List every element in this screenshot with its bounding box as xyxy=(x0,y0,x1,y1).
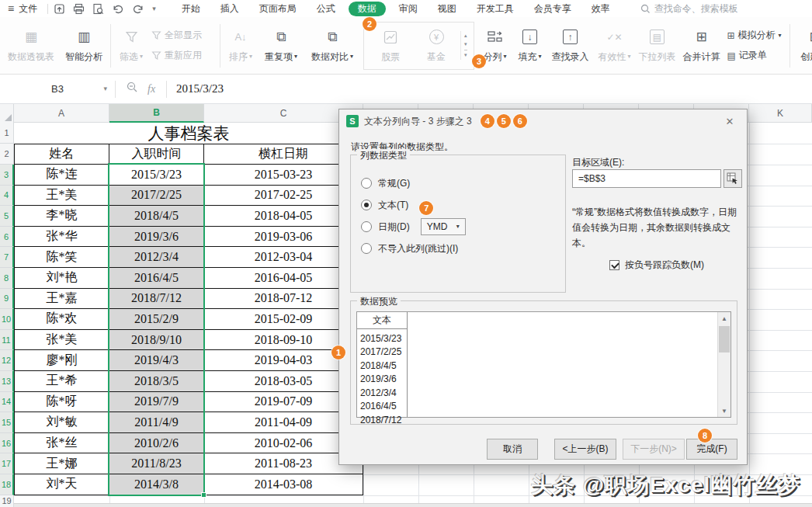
cell-B2[interactable]: 入职时间 xyxy=(109,144,204,165)
zoom-out-formula-icon[interactable] xyxy=(127,82,138,96)
cell-B7[interactable]: 2012/3/4 xyxy=(109,247,204,268)
cell-B8[interactable]: 2016/4/5 xyxy=(109,268,204,289)
cell-B12[interactable]: 2019/4/3 xyxy=(109,350,204,371)
command-search[interactable]: 查找命令、搜索模板 xyxy=(640,2,738,16)
range-picker-button[interactable] xyxy=(724,169,742,188)
create-group-button[interactable]: ⊞ 创建组 xyxy=(793,21,812,71)
fill-handle[interactable] xyxy=(201,492,206,498)
redo-icon[interactable] xyxy=(132,3,144,15)
target-area-input[interactable]: =$B$3 xyxy=(572,169,721,188)
preview-column-header[interactable]: 文本 xyxy=(357,312,407,329)
undo-icon[interactable] xyxy=(112,3,124,15)
cell-B17[interactable]: 2011/8/23 xyxy=(109,453,204,474)
row-header-15[interactable]: 15 xyxy=(0,412,14,433)
file-menu[interactable]: 文件 xyxy=(19,2,37,16)
date-format-select[interactable]: YMD ▾ xyxy=(421,218,466,235)
cell-B10[interactable]: 2015/2/9 xyxy=(109,309,204,330)
cell-A9[interactable]: 王*嘉 xyxy=(14,289,109,310)
name-box[interactable]: B3 ▾ xyxy=(0,75,115,103)
row-header-12[interactable]: 12 xyxy=(0,350,14,371)
row-header-19[interactable]: 19 xyxy=(0,495,14,507)
dialog-title-bar[interactable]: S 文本分列向导 - 3 步骤之 3 4 5 6 ✕ xyxy=(339,109,747,133)
filter-button[interactable]: 筛选▾ xyxy=(114,21,148,71)
row-header-3[interactable]: 3 xyxy=(0,165,14,186)
row-header-11[interactable]: 11 xyxy=(0,330,14,351)
record-form-button[interactable]: ▤ 记录单 xyxy=(727,49,783,62)
cell-B15[interactable]: 2011/4/9 xyxy=(109,412,204,433)
row-header-10[interactable]: 10 xyxy=(0,309,14,330)
export-icon[interactable] xyxy=(54,3,65,15)
data-compare-button[interactable]: ⧉ 数据对比▾ xyxy=(304,21,360,71)
cell-A12[interactable]: 廖*刚 xyxy=(14,350,109,371)
horizontal-scrollbar[interactable] xyxy=(14,503,812,507)
scroll-up-icon[interactable]: ▲ xyxy=(718,312,730,325)
cell-B13[interactable]: 2018/3/5 xyxy=(109,371,204,392)
fx-icon[interactable]: fx xyxy=(147,83,155,95)
row-header-4[interactable]: 4 xyxy=(0,186,14,207)
cell-A16[interactable]: 张*丝 xyxy=(14,433,109,454)
cell-A11[interactable]: 张*美 xyxy=(14,330,109,351)
select-all-corner[interactable] xyxy=(0,104,14,123)
cell-A3[interactable]: 陈*连 xyxy=(14,165,109,186)
hamburger-menu-icon[interactable]: ≡ xyxy=(8,2,14,15)
cell-A10[interactable]: 陈*欢 xyxy=(14,309,109,330)
row-header-13[interactable]: 13 xyxy=(0,371,14,392)
cell-B11[interactable]: 2018/9/10 xyxy=(109,330,204,351)
scrollbar-thumb[interactable] xyxy=(719,326,730,352)
radio-general[interactable]: 常规(G) xyxy=(361,172,565,194)
tab-会员专享[interactable]: 会员专享 xyxy=(524,0,581,17)
radio-text[interactable]: 文本(T) 7 xyxy=(361,194,565,216)
cell-B16[interactable]: 2010/2/6 xyxy=(109,433,204,454)
smart-analysis-button[interactable]: ▥ 智能分析 xyxy=(61,21,107,71)
cell-A14[interactable]: 陈*呀 xyxy=(14,392,109,413)
tab-页面布局[interactable]: 页面布局 xyxy=(249,0,307,17)
radio-date[interactable]: 日期(D) YMD ▾ xyxy=(361,216,565,238)
tab-插入[interactable]: 插入 xyxy=(210,0,249,17)
duplicates-button[interactable]: ⧉ 重复项▾ xyxy=(258,21,304,71)
name-box-dropdown-icon[interactable]: ▾ xyxy=(103,85,107,92)
column-header-B[interactable]: B xyxy=(109,104,204,123)
finish-button[interactable]: 完成(F) 8 xyxy=(686,439,737,460)
tab-开始[interactable]: 开始 xyxy=(172,0,210,17)
pivot-table-button[interactable]: ▦ 数据透视表 xyxy=(2,21,61,71)
print-preview-icon[interactable] xyxy=(92,3,104,15)
cell-B18[interactable]: 2014/3/8 xyxy=(109,474,204,495)
tab-数据[interactable]: 数据 xyxy=(349,2,386,16)
tab-公式[interactable]: 公式 xyxy=(307,0,345,17)
row-header-16[interactable]: 16 xyxy=(0,433,14,454)
cell-A4[interactable]: 王*美 xyxy=(14,186,109,207)
row-header-1[interactable]: 1 xyxy=(0,123,14,144)
cell-B14[interactable]: 2019/7/9 xyxy=(109,392,204,413)
row-header-6[interactable]: 6 xyxy=(0,227,14,248)
cell-B6[interactable]: 2019/3/6 xyxy=(109,227,204,248)
column-header-K[interactable]: K xyxy=(749,104,812,122)
formula-input[interactable]: 2015/3/23 xyxy=(176,82,224,95)
consolidate-button[interactable]: ⊞ 合并计算 xyxy=(679,21,724,71)
cell-A2[interactable]: 姓名 xyxy=(14,144,109,165)
lookup-entry-button[interactable]: ↑ 查找录入 xyxy=(547,21,594,71)
back-button[interactable]: <上一步(B) xyxy=(554,439,616,460)
tab-开发工具[interactable]: 开发工具 xyxy=(467,0,524,17)
sort-button[interactable]: A↓ 排序▾ xyxy=(224,21,258,71)
row-header-17[interactable]: 17 xyxy=(0,453,14,474)
row-header-7[interactable]: 7 xyxy=(0,247,14,268)
cell-A17[interactable]: 王*娜 xyxy=(14,453,109,474)
cell-A18[interactable]: 刘*天 xyxy=(14,474,109,495)
cancel-button[interactable]: 取消 xyxy=(487,439,538,460)
row-header-2[interactable]: 2 xyxy=(0,144,14,165)
what-if-analysis-button[interactable]: ⊞ 模拟分析 ▾ xyxy=(727,29,783,42)
row-header-14[interactable]: 14 xyxy=(0,392,14,413)
expand-icon[interactable]: ▾ xyxy=(464,50,467,58)
cell-C18[interactable]: 2014-03-08 xyxy=(204,474,363,495)
cell-A5[interactable]: 李*晓 xyxy=(14,206,109,227)
tab-视图[interactable]: 视图 xyxy=(428,0,467,17)
scroll-down-icon[interactable]: ▼ xyxy=(718,405,730,417)
cell-B4[interactable]: 2017/2/25 xyxy=(109,186,204,207)
validation-button[interactable]: ✓✕ 有效性▾ xyxy=(594,21,636,71)
close-icon[interactable]: ✕ xyxy=(720,116,740,127)
radio-skip-column[interactable]: 不导入此列(跳过)(I) xyxy=(361,238,565,259)
tab-效率[interactable]: 效率 xyxy=(581,0,620,17)
row-header-8[interactable]: 8 xyxy=(0,268,14,289)
tab-审阅[interactable]: 审阅 xyxy=(389,0,428,17)
cell-A6[interactable]: 张*华 xyxy=(14,227,109,248)
